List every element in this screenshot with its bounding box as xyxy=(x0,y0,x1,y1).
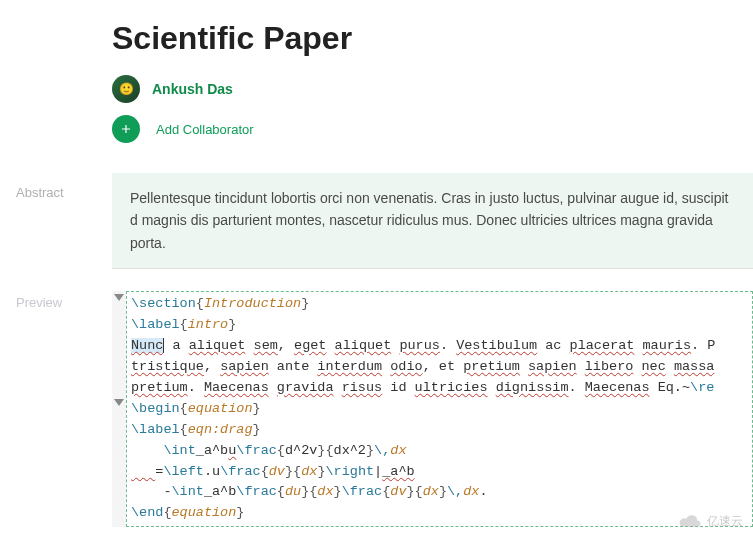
author-row[interactable]: 🙂 Ankush Das xyxy=(112,75,753,103)
abstract-tab[interactable]: Abstract xyxy=(0,173,112,200)
editor-gutter xyxy=(112,291,126,527)
add-collaborator-button[interactable] xyxy=(112,115,140,143)
watermark: 亿速云 xyxy=(677,513,743,530)
page-title: Scientific Paper xyxy=(112,20,753,57)
code-content[interactable]: \section{Introduction} \label{intro} Nun… xyxy=(126,291,753,527)
add-collaborator-row[interactable]: Add Collaborator xyxy=(112,115,753,143)
add-collaborator-label: Add Collaborator xyxy=(156,122,254,137)
fold-icon[interactable] xyxy=(114,294,124,301)
abstract-text[interactable]: Pellentesque tincidunt lobortis orci non… xyxy=(112,173,753,269)
cloud-icon xyxy=(677,514,703,530)
avatar: 🙂 xyxy=(112,75,140,103)
preview-tab[interactable]: Preview xyxy=(0,291,112,310)
code-editor[interactable]: \section{Introduction} \label{intro} Nun… xyxy=(112,291,753,527)
plus-icon xyxy=(119,122,133,136)
author-name: Ankush Das xyxy=(152,81,233,97)
fold-icon[interactable] xyxy=(114,399,124,406)
